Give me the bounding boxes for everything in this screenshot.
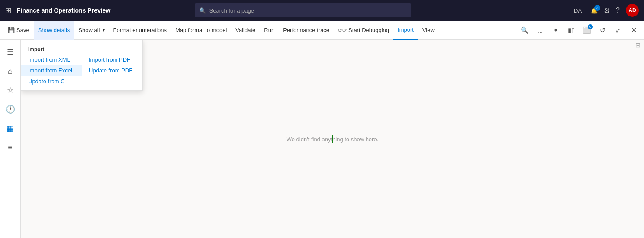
settings-icon[interactable]: ⚙ (604, 7, 610, 15)
sidebar-item-favorites[interactable]: ☆ (2, 82, 19, 99)
import-button[interactable]: Import (393, 21, 418, 40)
panel-toggle-button[interactable]: ▮▯ (564, 23, 578, 37)
grid-icon[interactable]: ⊞ (5, 6, 12, 15)
popout-button[interactable]: 0 ⬜ (580, 23, 594, 37)
update-from-pdf[interactable]: Update from PDF (82, 65, 142, 76)
search-icon: 🔍 (199, 7, 206, 14)
run-button[interactable]: Run (260, 21, 279, 40)
notification-count: 2 (594, 5, 600, 11)
help-icon[interactable]: ? (616, 7, 620, 14)
validate-button[interactable]: Validate (231, 21, 260, 40)
dropdown-header: Import (21, 44, 142, 54)
import-dropdown: Import Import from XML Import from Excel… (21, 40, 143, 91)
update-from-c[interactable]: Update from C (21, 76, 82, 87)
top-nav-right: DAT 🔔 2 ⚙ ? AD (574, 4, 639, 17)
save-button[interactable]: 💾 Save (3, 21, 34, 40)
debug-icon: ⟳⟳ (338, 27, 347, 33)
avatar[interactable]: AD (626, 4, 639, 17)
left-sidebar: ☰ ⌂ ☆ 🕐 ▦ ≡ (0, 40, 21, 238)
search-toolbar-button[interactable]: 🔍 (518, 23, 531, 37)
chevron-down-icon: ▾ (103, 28, 105, 33)
environment-label: DAT (574, 7, 585, 14)
sidebar-item-home[interactable]: ⌂ (2, 62, 19, 80)
refresh-button[interactable]: ↺ (596, 23, 609, 37)
format-enumerations-button[interactable]: Format enumerations (109, 21, 171, 40)
toolbar-right-icons: 🔍 ... ✦ ▮▯ 0 ⬜ ↺ ⤢ ✕ (518, 23, 641, 37)
open-new-button[interactable]: ⤢ (611, 23, 625, 37)
view-button[interactable]: View (418, 21, 439, 40)
sidebar-item-list[interactable]: ≡ (2, 139, 19, 156)
map-format-button[interactable]: Map format to model (171, 21, 231, 40)
import-from-pdf[interactable]: Import from PDF (82, 54, 142, 65)
toolbar: 💾 Save Show details Show all ▾ Format en… (0, 21, 644, 40)
main-layout: ☰ ⌂ ☆ 🕐 ▦ ≡ Import Import from XML Impor… (0, 40, 644, 238)
main-content-area: Import Import from XML Import from Excel… (21, 40, 644, 238)
dropdown-col-2: Import from PDF Update from PDF (82, 54, 142, 87)
dropdown-row: Import from XML Import from Excel Update… (21, 54, 142, 87)
start-debugging-button[interactable]: ⟳⟳ Start Debugging (334, 21, 393, 40)
save-icon: 💾 (8, 27, 15, 33)
pin-button[interactable]: ✦ (549, 23, 563, 37)
sidebar-item-menu[interactable]: ☰ (2, 43, 19, 61)
import-from-xml[interactable]: Import from XML (21, 54, 82, 65)
badge: 0 (588, 24, 593, 29)
pin-area[interactable]: ⊞ (635, 42, 641, 49)
close-button[interactable]: ✕ (627, 23, 641, 37)
performance-button[interactable]: Performance trace (279, 21, 334, 40)
sidebar-item-recent[interactable]: 🕐 (2, 101, 19, 118)
app-title: Finance and Operations Preview (17, 7, 110, 14)
notification-button[interactable]: 🔔 2 (591, 7, 598, 14)
search-bar[interactable]: 🔍 (195, 3, 411, 17)
import-from-excel[interactable]: Import from Excel (21, 65, 82, 76)
search-input[interactable] (209, 7, 407, 14)
dropdown-col-1: Import from XML Import from Excel Update… (21, 54, 82, 87)
sidebar-item-workspaces[interactable]: ▦ (2, 120, 19, 137)
show-all-button[interactable]: Show all ▾ (74, 21, 109, 40)
more-button[interactable]: ... (533, 23, 547, 37)
top-navigation: ⊞ Finance and Operations Preview 🔍 DAT 🔔… (0, 0, 644, 21)
show-details-button[interactable]: Show details (34, 21, 74, 40)
cursor-indicator (332, 135, 333, 143)
